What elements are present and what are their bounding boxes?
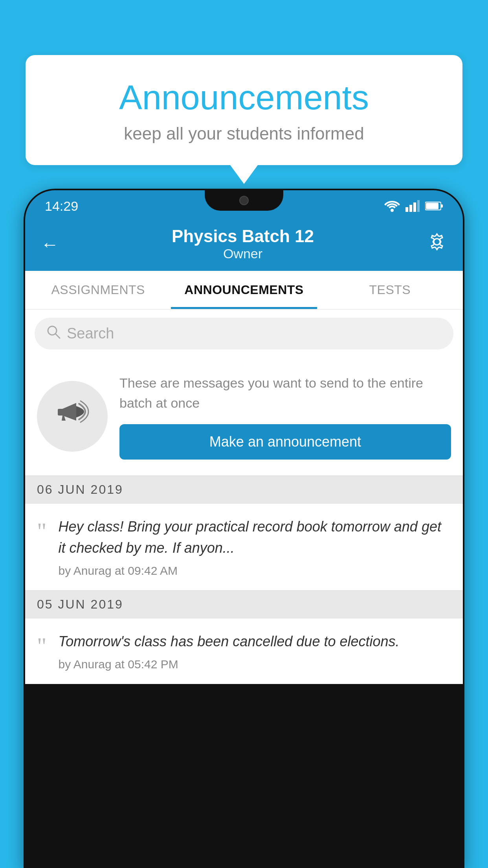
announcement-item-1[interactable]: " Hey class! Bring your practical record… xyxy=(25,504,463,590)
settings-button[interactable] xyxy=(427,232,447,256)
bubble-title: Announcements xyxy=(41,79,447,117)
wifi-icon xyxy=(384,200,400,212)
status-time: 14:29 xyxy=(45,199,78,214)
status-icons xyxy=(384,200,443,212)
svg-rect-2 xyxy=(409,205,412,212)
svg-rect-1 xyxy=(405,207,408,212)
promo-card: These are messages you want to send to t… xyxy=(25,357,463,476)
announcement-text-1: Hey class! Bring your practical record b… xyxy=(59,516,451,559)
search-input-container[interactable]: Search xyxy=(35,318,453,349)
tabs-bar: ASSIGNMENTS ANNOUNCEMENTS TESTS xyxy=(25,271,463,310)
bubble-subtitle: keep all your students informed xyxy=(41,124,447,143)
back-button[interactable]: ← xyxy=(41,234,59,255)
phone-inner: 14:29 xyxy=(25,190,463,866)
announcement-meta-2: by Anurag at 05:42 PM xyxy=(59,658,451,671)
megaphone-icon xyxy=(55,395,90,438)
signal-icon xyxy=(405,200,420,212)
header-subtitle: Owner xyxy=(59,246,427,261)
quote-icon-2: " xyxy=(37,634,47,658)
screen-content: Search xyxy=(25,310,463,684)
speech-bubble-container: Announcements keep all your students inf… xyxy=(26,55,462,165)
tab-assignments[interactable]: ASSIGNMENTS xyxy=(25,271,171,309)
svg-rect-4 xyxy=(417,200,420,212)
announcement-item-2[interactable]: " Tomorrow's class has been cancelled du… xyxy=(25,618,463,684)
promo-description: These are messages you want to send to t… xyxy=(119,373,451,413)
camera-notch xyxy=(239,196,249,205)
svg-rect-7 xyxy=(426,203,438,209)
phone-notch xyxy=(205,190,283,211)
quote-icon-1: " xyxy=(37,519,47,543)
search-bar: Search xyxy=(25,310,463,357)
battery-icon xyxy=(425,201,443,211)
date-separator-2: 05 JUN 2019 xyxy=(25,590,463,618)
svg-rect-6 xyxy=(441,204,443,208)
search-placeholder-text: Search xyxy=(67,325,114,342)
promo-right: These are messages you want to send to t… xyxy=(119,373,451,460)
tab-announcements[interactable]: ANNOUNCEMENTS xyxy=(171,271,317,309)
app-header: ← Physics Batch 12 Owner xyxy=(25,219,463,271)
search-icon xyxy=(46,325,61,342)
announcement-meta-1: by Anurag at 09:42 AM xyxy=(59,564,451,577)
announcement-content-1: Hey class! Bring your practical record b… xyxy=(59,516,451,577)
svg-rect-10 xyxy=(58,409,63,416)
speech-bubble: Announcements keep all your students inf… xyxy=(26,55,462,165)
svg-rect-3 xyxy=(413,202,416,212)
phone-frame: 14:29 xyxy=(24,189,464,868)
svg-line-9 xyxy=(55,334,60,338)
svg-point-0 xyxy=(391,209,394,212)
make-announcement-button[interactable]: Make an announcement xyxy=(119,424,451,460)
promo-icon-circle xyxy=(37,381,108,452)
header-center: Physics Batch 12 Owner xyxy=(59,226,427,261)
announcement-text-2: Tomorrow's class has been cancelled due … xyxy=(59,631,451,652)
tab-tests[interactable]: TESTS xyxy=(317,271,463,309)
announcement-content-2: Tomorrow's class has been cancelled due … xyxy=(59,631,451,671)
header-title: Physics Batch 12 xyxy=(59,226,427,246)
date-separator-1: 06 JUN 2019 xyxy=(25,476,463,504)
